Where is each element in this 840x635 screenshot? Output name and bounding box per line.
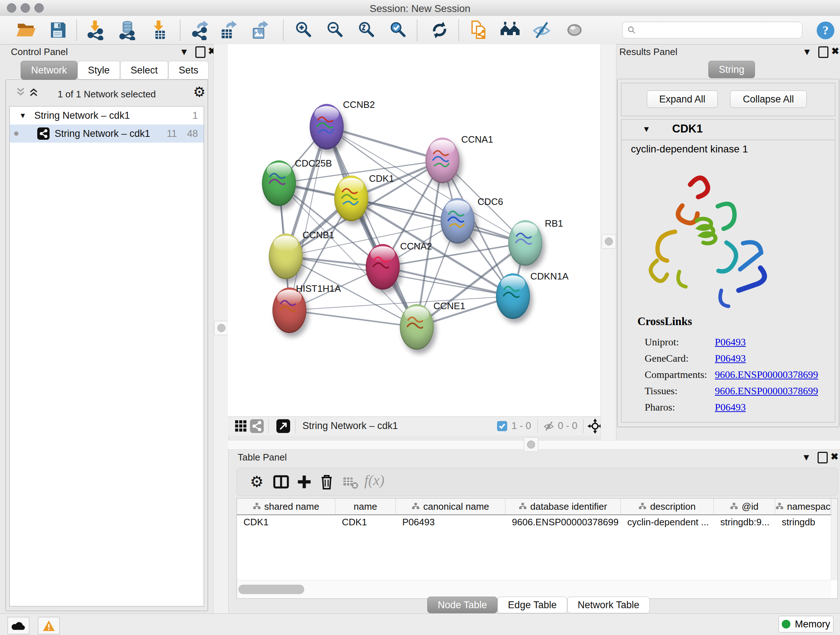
node-result-header[interactable]: ▼ CDK1 — [622, 119, 835, 140]
network-edge[interactable] — [327, 127, 417, 327]
save-session-icon[interactable] — [48, 20, 68, 40]
network-row[interactable]: String Network – cdk1 11 48 — [10, 125, 204, 143]
collapse-entry-icon[interactable]: ▼ — [643, 125, 651, 134]
expand-all-button[interactable]: Expand All — [647, 90, 718, 108]
share-annotation-icon[interactable] — [470, 20, 490, 40]
panel-menu-icon[interactable]: ▼ — [802, 46, 812, 57]
panel-float-icon[interactable] — [818, 46, 829, 58]
export-table-icon[interactable] — [218, 20, 239, 40]
tab-network-table[interactable]: Network Table — [567, 597, 650, 613]
table-horizontal-scrollbar[interactable] — [237, 580, 831, 599]
scrollbar-thumb[interactable] — [238, 585, 304, 594]
network-node-CCNA1[interactable] — [425, 138, 459, 183]
table-cell[interactable]: P06493 — [396, 516, 505, 528]
tab-select[interactable]: Select — [120, 61, 168, 80]
table-row[interactable]: CDK1CDK1P064939606.ENSP00000378699cyclin… — [237, 515, 837, 529]
network-node-CCNB1[interactable] — [269, 233, 303, 279]
selected-checkbox-icon[interactable] — [497, 421, 507, 432]
cloud-status-icon[interactable] — [8, 617, 29, 634]
column-header-database-identifier[interactable]: database identifier — [505, 499, 621, 515]
crosslink-value-link[interactable]: P06493 — [715, 336, 746, 348]
panel-close-icon[interactable]: ✖ — [831, 451, 838, 462]
network-node-CDK1[interactable] — [334, 176, 368, 221]
network-edge[interactable] — [327, 127, 442, 160]
table-cell[interactable]: CDK1 — [237, 516, 335, 528]
column-header-namespac[interactable]: namespac — [775, 499, 831, 515]
import-table-file-icon[interactable] — [149, 20, 169, 40]
zoom-fit-icon[interactable] — [356, 20, 377, 40]
network-canvas[interactable]: CCNB2CCNA1CDC25BCDK1CDC6RB1CCNB1CCNA2CDK… — [228, 44, 600, 416]
table-cell[interactable]: cyclin-dependent ... — [621, 516, 714, 528]
panel-float-icon[interactable] — [195, 46, 205, 58]
zoom-in-icon[interactable] — [294, 20, 314, 40]
open-session-icon[interactable] — [16, 20, 36, 40]
export-network-icon[interactable] — [191, 20, 211, 40]
network-node-CCNE1[interactable] — [400, 304, 434, 350]
panel-close-icon[interactable]: ✖ — [831, 46, 839, 57]
zoom-selected-icon[interactable] — [388, 20, 408, 40]
table-cell[interactable]: stringdb:9... — [714, 516, 775, 528]
network-node-RB1[interactable] — [508, 220, 542, 266]
network-node-CCNA2[interactable] — [366, 244, 400, 290]
grid-view-icon[interactable] — [235, 420, 247, 434]
hidden-eye-icon[interactable] — [543, 420, 555, 433]
hide-eye-icon[interactable] — [531, 20, 552, 40]
function-builder-icon[interactable]: f(x) — [364, 472, 385, 489]
column-header-shared-name[interactable]: shared name — [237, 499, 335, 515]
tree-expander-icon[interactable]: ▼ — [19, 111, 27, 120]
table-vertical-scrollbar[interactable] — [831, 499, 837, 580]
zoom-out-icon[interactable] — [325, 20, 345, 40]
memory-button[interactable]: Memory — [778, 616, 834, 632]
search-input[interactable] — [639, 23, 802, 37]
detach-view-icon[interactable] — [276, 419, 290, 434]
help-icon[interactable]: ? — [815, 20, 834, 39]
refresh-view-icon[interactable] — [429, 20, 450, 40]
add-column-icon[interactable] — [296, 474, 312, 490]
left-splitter[interactable] — [213, 44, 229, 613]
tab-sets[interactable]: Sets — [168, 61, 209, 80]
collapse-all-button[interactable]: Collapse All — [730, 90, 807, 108]
home-network-icon[interactable] — [500, 20, 520, 40]
network-edge[interactable] — [289, 127, 327, 310]
tab-node-table[interactable]: Node Table — [427, 597, 497, 613]
import-network-database-icon[interactable] — [118, 20, 138, 40]
network-view-share-icon[interactable] — [250, 419, 264, 434]
warning-status-icon[interactable] — [38, 617, 60, 634]
network-node-CDKN1A[interactable] — [496, 273, 530, 319]
crosslink-value-link[interactable]: P06493 — [715, 402, 746, 413]
export-image-icon[interactable] — [250, 20, 270, 40]
table-cell[interactable]: 9606.ENSP00000378699 — [505, 516, 621, 528]
panel-menu-icon[interactable]: ▼ — [180, 46, 189, 57]
tab-edge-table[interactable]: Edge Table — [497, 597, 567, 613]
network-edge[interactable] — [383, 267, 513, 296]
network-node-CCNB2[interactable] — [309, 104, 344, 149]
tab-string[interactable]: String — [708, 61, 755, 78]
column-header-description[interactable]: description — [621, 499, 714, 515]
panel-menu-icon[interactable]: ▼ — [802, 452, 811, 463]
show-columns-icon[interactable] — [273, 474, 289, 490]
delete-table-icon[interactable] — [343, 476, 358, 492]
table-cell[interactable]: stringdb — [775, 516, 831, 528]
left-splitter-grip[interactable] — [214, 321, 229, 335]
table-options-gear-icon[interactable]: ⚙ — [250, 474, 266, 490]
tab-network[interactable]: Network — [21, 61, 77, 80]
right-splitter[interactable] — [600, 44, 616, 440]
import-network-file-icon[interactable] — [86, 20, 106, 40]
network-edge[interactable] — [289, 310, 417, 327]
crosslink-value-link[interactable]: 9606.ENSP00000378699 — [715, 385, 818, 397]
network-node-CDC25B[interactable] — [262, 160, 296, 206]
panel-float-icon[interactable] — [818, 452, 828, 463]
column-header--id[interactable]: @id — [714, 499, 775, 515]
right-splitter-grip[interactable] — [602, 234, 616, 249]
network-collection-row[interactable]: ▼ String Network – cdk1 1 — [10, 106, 204, 125]
column-header-canonical-name[interactable]: canonical name — [396, 499, 505, 515]
tab-style[interactable]: Style — [77, 61, 120, 80]
delete-column-trash-icon[interactable] — [319, 474, 335, 490]
table-cell[interactable]: CDK1 — [335, 516, 396, 528]
network-node-CDC6[interactable] — [441, 198, 475, 244]
crosslink-value-link[interactable]: P06493 — [715, 353, 746, 364]
crosslink-value-link[interactable]: 9606.ENSP00000378699 — [715, 369, 818, 380]
network-options-gear-icon[interactable]: ⚙ — [193, 85, 205, 99]
show-eye-icon[interactable] — [564, 20, 584, 40]
search-field[interactable] — [622, 22, 802, 38]
